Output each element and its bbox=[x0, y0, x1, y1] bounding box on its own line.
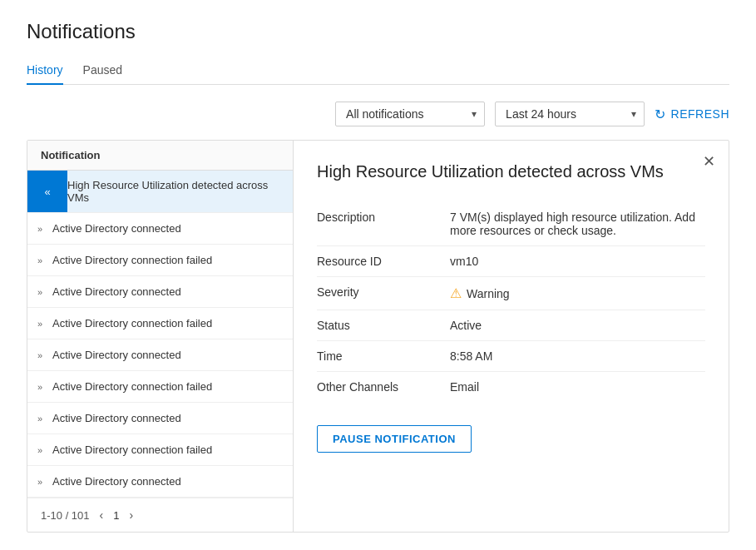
detail-value-time: 8:58 AM bbox=[450, 341, 705, 372]
pause-notification-button[interactable]: PAUSE NOTIFICATION bbox=[317, 425, 472, 453]
detail-row-status: Status Active bbox=[317, 310, 705, 341]
warning-icon: ⚠ bbox=[450, 285, 462, 301]
detail-value-resource-id: vm10 bbox=[450, 246, 705, 277]
detail-label-time: Time bbox=[317, 341, 450, 372]
toolbar: All notificationsErrors onlyWarnings onl… bbox=[27, 102, 729, 126]
tab-history[interactable]: History bbox=[27, 57, 63, 85]
item-text-3: Active Directory connection failed bbox=[52, 245, 293, 275]
detail-label-status: Status bbox=[317, 310, 450, 341]
list-column-header: Notification bbox=[27, 141, 293, 171]
pagination-bar: 1-10 / 101 ‹ 1 › bbox=[27, 498, 293, 532]
item-text-2: Active Directory connected bbox=[52, 214, 293, 243]
item-text-4: Active Directory connected bbox=[52, 277, 293, 306]
detail-title: High Resource Utilization detected acros… bbox=[317, 161, 705, 182]
item-text-10: Active Directory connected bbox=[52, 467, 293, 496]
list-item[interactable]: » Active Directory connected bbox=[27, 339, 293, 371]
list-item[interactable]: » Active Directory connection failed bbox=[27, 371, 293, 403]
page-title: Notifications bbox=[27, 20, 729, 43]
list-item[interactable]: » Active Directory connection failed bbox=[27, 434, 293, 466]
list-item[interactable]: » Active Directory connected bbox=[27, 213, 293, 245]
detail-label-channels: Other Channels bbox=[317, 372, 450, 403]
detail-label-description: Description bbox=[317, 202, 450, 246]
expand-icon: » bbox=[27, 350, 52, 360]
notification-list: Notification « High Resource Utilization… bbox=[27, 141, 294, 532]
expand-icon: » bbox=[27, 287, 52, 297]
tab-bar: History Paused bbox=[27, 57, 729, 85]
tab-paused[interactable]: Paused bbox=[83, 57, 122, 85]
refresh-icon: ↻ bbox=[655, 107, 666, 122]
detail-panel: ✕ High Resource Utilization detected acr… bbox=[294, 141, 729, 532]
time-select[interactable]: Last 24 hoursLast 7 daysLast 30 days bbox=[495, 102, 645, 126]
list-item[interactable]: » Active Directory connection failed bbox=[27, 308, 293, 339]
item-text-7: Active Directory connection failed bbox=[52, 372, 293, 401]
list-item[interactable]: « High Resource Utilization detected acr… bbox=[27, 171, 293, 213]
detail-row-channels: Other Channels Email bbox=[317, 372, 705, 403]
prev-page-button[interactable]: ‹ bbox=[96, 507, 107, 523]
close-button[interactable]: ✕ bbox=[703, 154, 715, 169]
filter-select[interactable]: All notificationsErrors onlyWarnings onl… bbox=[335, 102, 485, 126]
detail-value-description: 7 VM(s) displayed high resource utilizat… bbox=[450, 202, 705, 246]
selected-item-icon: « bbox=[27, 171, 67, 212]
detail-label-severity: Severity bbox=[317, 277, 450, 310]
page-container: Notifications History Paused All notific… bbox=[0, 0, 756, 550]
detail-label-resource-id: Resource ID bbox=[317, 246, 450, 277]
expand-icon: » bbox=[27, 414, 52, 424]
expand-icon: » bbox=[27, 445, 52, 455]
severity-warning-container: ⚠ Warning bbox=[450, 285, 705, 301]
list-item[interactable]: » Active Directory connected bbox=[27, 403, 293, 434]
list-item[interactable]: » Active Directory connected bbox=[27, 276, 293, 308]
expand-icon: » bbox=[27, 224, 52, 234]
item-text-9: Active Directory connection failed bbox=[52, 435, 293, 464]
list-item[interactable]: » Active Directory connected bbox=[27, 466, 293, 498]
detail-table: Description 7 VM(s) displayed high resou… bbox=[317, 202, 705, 402]
content-area: Notification « High Resource Utilization… bbox=[27, 140, 729, 533]
detail-row-description: Description 7 VM(s) displayed high resou… bbox=[317, 202, 705, 246]
double-chevron-left-icon: « bbox=[44, 186, 50, 198]
refresh-button[interactable]: ↻ REFRESH bbox=[655, 107, 729, 122]
expand-icon: » bbox=[27, 382, 52, 392]
detail-row-severity: Severity ⚠ Warning bbox=[317, 277, 705, 310]
pagination-range: 1-10 / 101 bbox=[41, 509, 90, 522]
expand-icon: » bbox=[27, 255, 52, 265]
expand-icon: » bbox=[27, 477, 52, 487]
severity-text: Warning bbox=[467, 287, 510, 300]
item-text-1: High Resource Utilization detected acros… bbox=[67, 171, 293, 212]
refresh-label: REFRESH bbox=[671, 107, 729, 121]
detail-value-status: Active bbox=[450, 310, 705, 341]
item-text-5: Active Directory connection failed bbox=[52, 309, 293, 338]
detail-row-resource-id: Resource ID vm10 bbox=[317, 246, 705, 277]
expand-icon: » bbox=[27, 319, 52, 329]
item-text-8: Active Directory connected bbox=[52, 404, 293, 433]
filter-select-wrapper: All notificationsErrors onlyWarnings onl… bbox=[335, 102, 485, 126]
page-number: 1 bbox=[113, 509, 119, 522]
list-item[interactable]: » Active Directory connection failed bbox=[27, 245, 293, 276]
detail-value-severity: ⚠ Warning bbox=[450, 277, 705, 310]
item-text-6: Active Directory connected bbox=[52, 340, 293, 369]
detail-row-time: Time 8:58 AM bbox=[317, 341, 705, 372]
next-page-button[interactable]: › bbox=[126, 507, 136, 523]
time-select-wrapper: Last 24 hoursLast 7 daysLast 30 days ▾ bbox=[495, 102, 645, 126]
detail-value-channels: Email bbox=[450, 372, 705, 403]
